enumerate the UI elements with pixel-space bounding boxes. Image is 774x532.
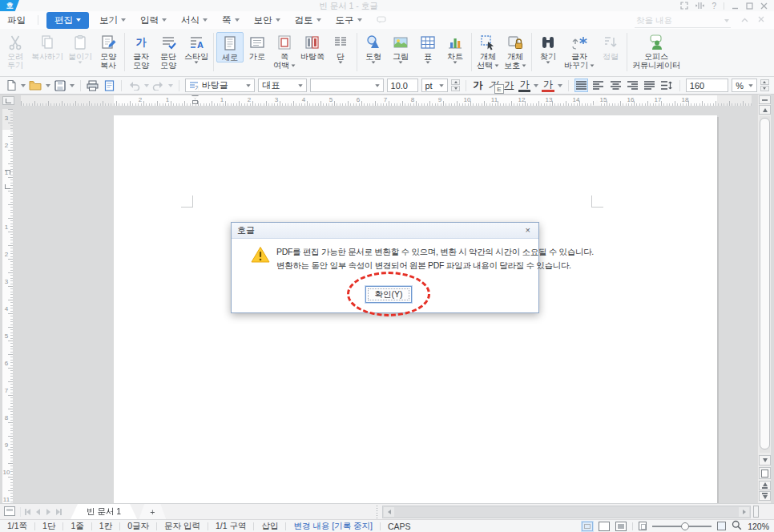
top-margin-marker[interactable]	[5, 170, 10, 175]
cut-button[interactable]: 오려 두기	[2, 32, 29, 70]
stepper-down-icon[interactable]	[451, 86, 460, 91]
scrollbar-track[interactable]	[760, 116, 770, 453]
chevron-down-icon[interactable]	[70, 84, 75, 87]
size-unit-combo[interactable]: pt	[421, 79, 449, 92]
replace-button[interactable]: 글자 바꾸기	[562, 32, 597, 70]
zoom-page-icon[interactable]	[639, 522, 647, 530]
vertical-scrollbar[interactable]	[757, 95, 771, 503]
last-tab-button[interactable]	[54, 504, 64, 519]
menu-security[interactable]: 보안	[247, 13, 288, 28]
highlight-color-button[interactable]: 가	[542, 79, 554, 92]
stepper-down-icon[interactable]	[760, 86, 769, 91]
scroll-up-button[interactable]	[759, 105, 771, 115]
undo-button[interactable]	[127, 79, 140, 92]
menu-view[interactable]: 보기	[92, 13, 133, 28]
columns-button[interactable]: 단	[327, 32, 354, 64]
magnifier-icon[interactable]	[732, 520, 742, 532]
next-tab-button[interactable]	[43, 504, 54, 519]
shapes-button[interactable]: 도형	[360, 32, 387, 64]
master-page-button[interactable]: 바탕쪽	[298, 32, 327, 61]
font-size-field[interactable]: 10.0	[387, 79, 418, 92]
bold-button[interactable]: 가	[472, 79, 484, 92]
help-icon[interactable]: ?	[712, 2, 716, 10]
page-layout-view-button[interactable]	[582, 522, 593, 531]
chevron-down-icon[interactable]	[21, 84, 26, 87]
style-button[interactable]: A 스타일	[182, 32, 211, 64]
menu-format[interactable]: 서식	[174, 13, 215, 28]
menu-page[interactable]: 쪽	[215, 13, 247, 28]
status-insert-mode[interactable]: 삽입	[254, 521, 285, 532]
stepper-up-icon[interactable]	[760, 79, 769, 85]
go-to-page-button[interactable]	[759, 467, 771, 479]
chevron-down-icon[interactable]	[144, 84, 149, 87]
full-width-view-button[interactable]	[599, 522, 610, 531]
zoom-slider[interactable]	[652, 522, 712, 531]
horizontal-page-button[interactable]: 가로	[244, 32, 271, 61]
zoom-field[interactable]: 160	[686, 79, 728, 92]
chevron-down-icon[interactable]	[534, 84, 538, 87]
font-combo[interactable]	[310, 79, 383, 92]
dialog-close-icon[interactable]: ×	[523, 225, 533, 236]
window-list-icon[interactable]	[4, 506, 15, 516]
chevron-down-icon[interactable]	[46, 84, 50, 87]
new-document-button[interactable]	[5, 79, 18, 92]
para-shape-button[interactable]: 문단 모양	[155, 32, 182, 70]
align-center-button[interactable]	[608, 79, 622, 92]
underline-button[interactable]: 가	[503, 79, 515, 92]
dialog-title-bar[interactable]: 호글 ×	[232, 223, 538, 239]
zoom-unit-combo[interactable]: %	[732, 79, 757, 92]
paste-button[interactable]: 붙이기	[66, 32, 95, 64]
scroll-right-button[interactable]	[739, 507, 749, 517]
align-right-button[interactable]	[626, 79, 639, 92]
tab-document-1[interactable]: 빈 문서 1	[71, 504, 137, 519]
horizontal-ruler[interactable]: 21123456789101112131415161718	[21, 95, 752, 106]
new-tab-button[interactable]: +	[139, 504, 166, 519]
align-justify-button[interactable]	[574, 79, 588, 92]
chart-button[interactable]: 차트	[441, 32, 469, 64]
first-tab-button[interactable]	[22, 504, 33, 519]
split-view-icon[interactable]	[695, 2, 704, 10]
table-button[interactable]: 표	[414, 32, 441, 64]
copy-format-button[interactable]: 모양 복사	[95, 32, 122, 70]
copy-button[interactable]: 복사하기	[29, 32, 66, 61]
zoom-stepper[interactable]	[760, 79, 769, 91]
next-page-button[interactable]	[759, 491, 771, 501]
menu-edit[interactable]: 편집	[46, 12, 89, 29]
menu-file[interactable]: 파일	[0, 13, 33, 28]
font-size-stepper[interactable]	[451, 79, 460, 91]
indent-marker[interactable]	[191, 95, 199, 106]
object-protect-button[interactable]: 개체 보호	[502, 32, 529, 70]
print-button[interactable]	[87, 79, 99, 92]
chevron-down-icon[interactable]	[168, 84, 173, 87]
top-margin-marker[interactable]	[5, 184, 10, 189]
ruler-corner-button[interactable]	[2, 96, 14, 105]
vertical-page-button[interactable]: 세로	[216, 32, 244, 62]
scrollbar-thumb[interactable]	[760, 118, 770, 449]
object-select-button[interactable]: 개체 선택	[474, 32, 502, 70]
preview-button[interactable]	[103, 79, 115, 92]
scroll-down-button[interactable]	[759, 455, 771, 466]
close-document-icon[interactable]	[758, 15, 764, 24]
find-button[interactable]: 찾기	[534, 32, 562, 64]
vertical-ruler[interactable]: 3211234567891011	[2, 109, 13, 503]
menu-input[interactable]: 입력	[133, 13, 174, 28]
zoom-fit-button[interactable]	[717, 522, 726, 530]
zoom-slider-handle[interactable]	[681, 522, 689, 530]
line-spacing-button[interactable]	[660, 79, 674, 92]
previous-page-button[interactable]	[759, 481, 771, 490]
page-fit-view-button[interactable]	[615, 522, 627, 531]
redo-button[interactable]	[152, 79, 165, 92]
font-color-button[interactable]: 가	[518, 79, 530, 92]
preset-combo[interactable]: 대표	[258, 79, 307, 92]
align-distribute-button[interactable]	[643, 79, 656, 92]
style-combo[interactable]: 가 바탕글	[185, 79, 256, 92]
quick-command-icon[interactable]	[369, 14, 393, 26]
open-document-button[interactable]	[29, 79, 42, 92]
menu-review[interactable]: 검토	[288, 13, 329, 28]
office-communicator-button[interactable]: 오피스 커뮤니케이터	[630, 32, 683, 70]
search-input[interactable]: 찾을 내용	[635, 14, 731, 28]
save-button[interactable]	[54, 79, 67, 92]
page-margin-button[interactable]: 쪽 여백	[271, 32, 298, 70]
chevron-down-icon[interactable]	[558, 84, 562, 87]
align-left-button[interactable]	[591, 79, 605, 92]
